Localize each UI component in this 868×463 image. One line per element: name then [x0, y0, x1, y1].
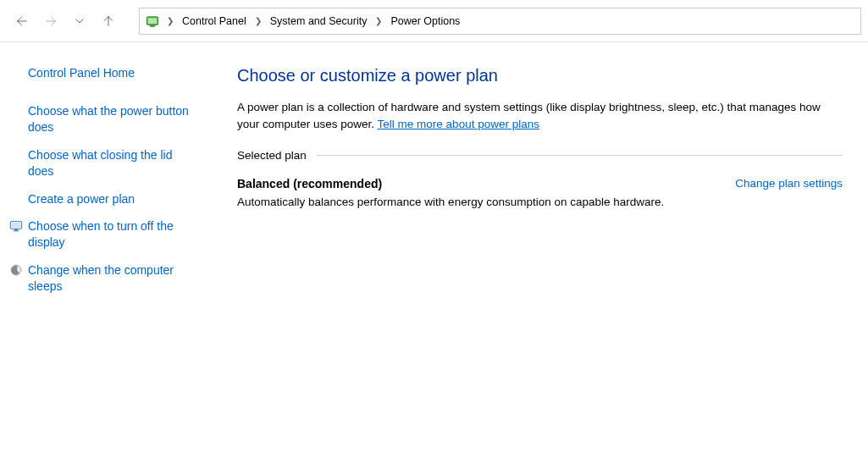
breadcrumb[interactable]: ❯ Control Panel ❯ System and Security ❯ … [139, 8, 861, 35]
breadcrumb-item[interactable]: Power Options [387, 12, 463, 30]
chevron-right-icon: ❯ [375, 16, 382, 25]
section-label: Selected plan [237, 149, 317, 162]
recent-dropdown[interactable] [68, 9, 91, 33]
chevron-right-icon: ❯ [255, 16, 262, 25]
section-header: Selected plan [237, 149, 843, 162]
content-area: Control Panel Home Choose what the power… [0, 42, 868, 306]
monitor-icon [9, 219, 23, 233]
back-button[interactable] [10, 9, 34, 33]
change-plan-settings-link[interactable]: Change plan settings [735, 177, 843, 190]
svg-rect-1 [148, 18, 158, 24]
sidebar-link-power-button[interactable]: Choose what the power button does [28, 103, 199, 135]
sidebar-item-label: Change when the computer sleeps [28, 263, 174, 293]
main-panel: Choose or customize a power plan A power… [207, 66, 868, 306]
sidebar-link-sleep[interactable]: Change when the computer sleeps [28, 262, 199, 295]
plan-name: Balanced (recommended) [237, 177, 382, 190]
section-rule [317, 155, 843, 156]
page-description: A power plan is a collection of hardware… [237, 99, 830, 132]
page-title: Choose or customize a power plan [237, 66, 843, 85]
sidebar: Control Panel Home Choose what the power… [0, 66, 207, 306]
sidebar-link-create-plan[interactable]: Create a power plan [28, 191, 199, 207]
chevron-right-icon: ❯ [167, 16, 174, 25]
chevron-down-icon [73, 14, 86, 28]
up-button[interactable] [97, 9, 120, 33]
plan-row: Balanced (recommended) Change plan setti… [237, 177, 843, 190]
svg-rect-2 [150, 25, 155, 27]
sidebar-link-display-off[interactable]: Choose when to turn off the display [28, 218, 199, 251]
svg-rect-5 [14, 229, 18, 230]
moon-icon [9, 263, 23, 277]
arrow-right-icon [44, 14, 58, 28]
nav-buttons [3, 9, 127, 33]
sidebar-home-link[interactable]: Control Panel Home [28, 66, 199, 80]
control-panel-icon [145, 14, 160, 29]
svg-rect-4 [12, 223, 21, 228]
sidebar-item-label: Choose when to turn off the display [28, 219, 174, 249]
arrow-up-icon [102, 14, 115, 28]
breadcrumb-item[interactable]: Control Panel [179, 12, 250, 30]
svg-rect-6 [14, 231, 19, 232]
arrow-left-icon [15, 14, 29, 28]
sidebar-link-closing-lid[interactable]: Choose what closing the lid does [28, 147, 199, 179]
breadcrumb-item[interactable]: System and Security [267, 12, 371, 30]
plan-description: Automatically balances performance with … [237, 196, 843, 208]
address-bar: ❯ Control Panel ❯ System and Security ❯ … [0, 0, 868, 42]
tell-me-more-link[interactable]: Tell me more about power plans [378, 118, 539, 130]
forward-button[interactable] [39, 9, 63, 33]
